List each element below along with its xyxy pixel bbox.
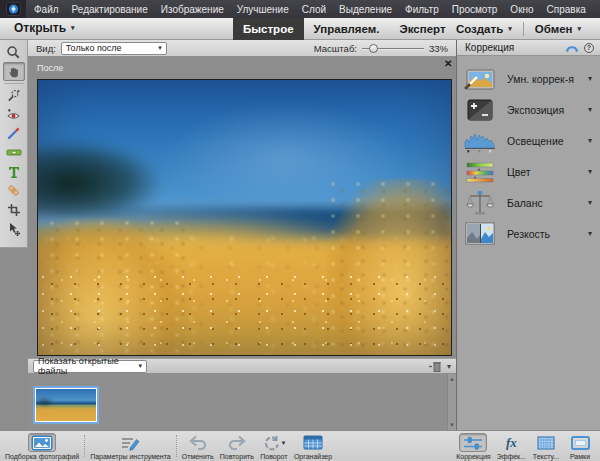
scroll-up-icon[interactable]: ▲ xyxy=(449,376,455,382)
chevron-down-icon[interactable]: ▾ xyxy=(588,136,592,145)
spot-healing-tool-icon xyxy=(6,183,21,198)
whiten-teeth-tool[interactable] xyxy=(3,124,25,143)
reset-panel-icon[interactable] xyxy=(565,43,579,52)
mode-bar: Открыть ▾ Быстрое Управляем. Эксперт Соз… xyxy=(0,18,600,40)
frames-button[interactable]: Рамки xyxy=(563,431,597,461)
organizer-button[interactable]: Органайзер xyxy=(291,431,335,461)
chevron-down-icon[interactable]: ▾ xyxy=(588,105,592,114)
zoom-tool[interactable] xyxy=(3,43,25,62)
photo-bin-filter-dropdown[interactable]: Показать открытые файлы ▾ xyxy=(33,360,147,373)
photo-bin-header: Показать открытые файлы ▾ ▾ xyxy=(28,358,456,374)
straighten-tool[interactable] xyxy=(3,143,25,162)
scroll-down-icon[interactable]: ▼ xyxy=(449,422,455,428)
undo-button[interactable]: Отменить xyxy=(179,431,217,461)
quick-selection-tool-icon xyxy=(6,88,21,103)
chevron-down-icon: ▾ xyxy=(158,44,162,52)
type-tool-icon xyxy=(7,165,21,179)
effects-button[interactable]: fx Эффек... xyxy=(494,431,529,461)
taskbar-button-label: Подборка фотографий xyxy=(5,453,79,460)
separator xyxy=(176,435,177,457)
taskbar-button-label: Параметры инструмента xyxy=(90,453,171,460)
chevron-down-icon[interactable]: ▾ xyxy=(588,167,592,176)
taskbar-button-label: Тексту... xyxy=(533,453,559,460)
chevron-down-icon[interactable]: ▾ xyxy=(588,198,592,207)
zoom-slider[interactable] xyxy=(362,44,424,53)
chevron-down-icon: ▾ xyxy=(508,25,512,33)
toolbox xyxy=(0,40,28,248)
adjustment-balance[interactable]: Баланс ▾ xyxy=(457,187,600,218)
taskbar-button-label: Отменить xyxy=(182,453,214,460)
menu-layer[interactable]: Слой xyxy=(302,4,326,15)
zoom-slider-thumb[interactable] xyxy=(369,44,378,53)
effects-icon: fx xyxy=(506,435,517,451)
crop-tool-icon xyxy=(7,203,21,217)
menu-filter[interactable]: Фильтр xyxy=(405,4,439,15)
panel-title: Коррекция xyxy=(465,42,514,53)
adjustments-panel-header: Коррекция ? xyxy=(457,40,600,56)
tab-quick[interactable]: Быстрое xyxy=(233,18,304,40)
menu-help[interactable]: Справка xyxy=(547,4,586,15)
organizer-icon xyxy=(303,435,323,450)
menu-enhance[interactable]: Улучшение xyxy=(237,4,289,15)
menu-image[interactable]: Изображение xyxy=(161,4,224,15)
mode-tabs: Быстрое Управляем. Эксперт xyxy=(233,18,456,40)
red-eye-removal-tool[interactable] xyxy=(3,105,25,124)
adjustments-icon xyxy=(463,435,483,451)
spot-healing-brush-tool[interactable] xyxy=(3,181,25,200)
photo-bin-scrollbar[interactable]: ▲ ▼ xyxy=(447,374,456,430)
adjustment-exposure[interactable]: Экспозиция ▾ xyxy=(457,94,600,125)
create-button[interactable]: Создать ▾ xyxy=(445,23,523,35)
balance-icon xyxy=(466,190,494,216)
move-tool[interactable] xyxy=(3,219,25,238)
hand-tool[interactable] xyxy=(3,62,25,81)
menu-view[interactable]: Просмотр xyxy=(452,4,498,15)
photo-bin-button[interactable]: Подборка фотографий xyxy=(2,431,82,461)
textures-button[interactable]: Тексту... xyxy=(529,431,563,461)
photo-thumbnail[interactable] xyxy=(33,386,99,424)
menu-edit[interactable]: Редактирование xyxy=(72,4,148,15)
chevron-down-icon[interactable]: ▾ xyxy=(588,229,592,238)
redo-button[interactable]: Повторить xyxy=(217,431,257,461)
taskbar-button-label: Повторить xyxy=(220,453,254,460)
textures-icon xyxy=(537,436,555,450)
app-logo[interactable] xyxy=(0,0,26,18)
trash-icon[interactable] xyxy=(429,361,441,372)
redo-icon xyxy=(228,435,246,450)
share-button[interactable]: Обмен ▾ xyxy=(524,23,592,35)
adjustment-label: Освещение xyxy=(507,135,564,147)
adjustment-label: Баланс xyxy=(507,197,543,209)
photo-bin: ▲ ▼ xyxy=(28,374,456,430)
collapse-bin-icon[interactable]: ▾ xyxy=(447,362,451,371)
chevron-down-icon: ▾ xyxy=(282,439,286,447)
hand-tool-icon xyxy=(7,65,21,79)
adjustment-color[interactable]: Цвет ▾ xyxy=(457,156,600,187)
close-icon[interactable]: ✕ xyxy=(444,59,452,69)
quick-selection-tool[interactable] xyxy=(3,86,25,105)
adjustments-panel: Коррекция ? xyxy=(456,40,600,430)
menu-file[interactable]: Файл xyxy=(34,4,59,15)
help-icon[interactable]: ? xyxy=(584,43,594,53)
lighting-icon xyxy=(464,129,496,153)
menu-window[interactable]: Окно xyxy=(510,4,533,15)
type-tool[interactable] xyxy=(3,162,25,181)
chevron-down-icon: ▾ xyxy=(577,25,581,33)
open-button[interactable]: Открыть ▾ xyxy=(14,21,75,35)
view-dropdown[interactable]: Только после ▾ xyxy=(61,42,167,55)
adjustment-lighting[interactable]: Освещение ▾ xyxy=(457,125,600,156)
after-view-label: После xyxy=(37,63,63,73)
tool-options-button[interactable]: Параметры инструмента xyxy=(87,431,174,461)
canvas-image[interactable] xyxy=(37,79,452,356)
share-button-label: Обмен xyxy=(535,23,573,35)
tab-guided[interactable]: Управляем. xyxy=(304,18,390,40)
taskbar-button-label: Коррекция xyxy=(456,453,490,460)
crop-tool[interactable] xyxy=(3,200,25,219)
adjustment-smart-fix[interactable]: Умн. коррек-я ▾ xyxy=(457,63,600,94)
photo-bin-filter-value: Показать открытые файлы xyxy=(38,356,138,376)
adjustments-button[interactable]: Коррекция xyxy=(453,431,493,461)
chevron-down-icon[interactable]: ▾ xyxy=(588,74,592,83)
rotate-button[interactable]: ▾ Поворот xyxy=(257,431,291,461)
menu-select[interactable]: Выделение xyxy=(339,4,392,15)
photo-bin-icon xyxy=(31,435,53,451)
view-label: Вид: xyxy=(36,43,56,54)
adjustment-sharpness[interactable]: Резкость ▾ xyxy=(457,218,600,249)
